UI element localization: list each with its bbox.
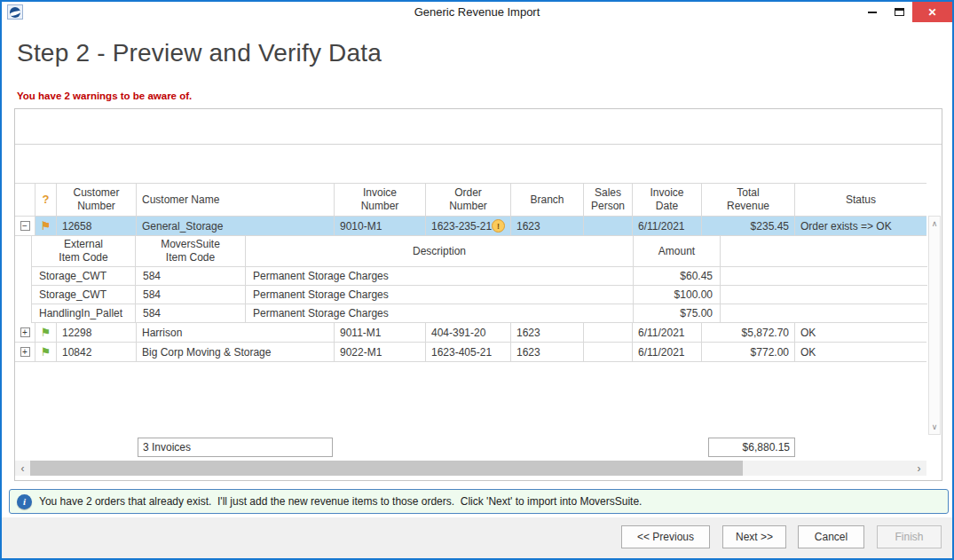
customer-name-cell[interactable]: General_Storage <box>137 217 335 236</box>
flag-cell[interactable]: ⚑ <box>35 217 57 236</box>
page-title: Step 2 - Preview and Verify Data <box>17 39 382 67</box>
header-customer-number: Customer Number <box>57 184 137 217</box>
order-number-cell[interactable]: 404-391-20 <box>426 323 511 343</box>
title-bar: Generic Revenue Import ✕ <box>2 2 952 22</box>
invoice-row-12658[interactable]: − ⚑ 12658 General_Storage 9010-M1 1623-2… <box>15 217 926 236</box>
minimize-button[interactable] <box>859 2 886 22</box>
finish-button[interactable]: Finish <box>877 525 942 548</box>
invoice-date-cell[interactable]: 6/11/2021 <box>633 217 702 236</box>
grid-header-row: ? Customer Number Customer Name Invoice … <box>15 183 926 217</box>
external-item-code-cell[interactable]: HandlingIn_Pallet <box>32 304 136 323</box>
sales-person-cell[interactable] <box>584 343 633 362</box>
subheader-external-item-code: External Item Code <box>32 236 136 267</box>
moverssuite-item-code-cell[interactable]: 584 <box>136 286 246 304</box>
close-button[interactable]: ✕ <box>912 2 952 22</box>
scroll-up-icon[interactable]: ∧ <box>929 217 940 230</box>
next-button[interactable]: Next >> <box>722 525 786 548</box>
minimize-icon <box>868 12 877 13</box>
collapse-icon[interactable]: − <box>20 221 30 231</box>
info-bar: i You have 2 orders that already exist. … <box>9 489 949 514</box>
maximize-button[interactable] <box>886 2 912 22</box>
scroll-right-icon[interactable]: › <box>911 461 926 476</box>
invoice-row-12298[interactable]: + ⚑ 12298 Harrison 9011-M1 404-391-20 16… <box>15 323 926 343</box>
header-expander <box>15 184 35 217</box>
invoice-count-summary: 3 Invoices <box>138 438 333 457</box>
revenue-item-row[interactable]: Storage_CWT 584 Permanent Storage Charge… <box>32 286 927 304</box>
total-revenue-cell[interactable]: $5,872.70 <box>702 323 795 343</box>
total-revenue-cell[interactable]: $772.00 <box>702 343 795 362</box>
sales-person-cell[interactable] <box>584 323 633 343</box>
window-controls: ✕ <box>859 2 952 22</box>
customer-name-cell[interactable]: Big Corp Moving & Storage <box>137 343 335 362</box>
warning-message: You have 2 warnings to be aware of. <box>17 91 192 101</box>
horizontal-scrollbar-thumb[interactable] <box>30 461 743 476</box>
orange-flag-icon: ⚑ <box>41 220 51 232</box>
invoice-date-cell[interactable]: 6/11/2021 <box>633 323 702 343</box>
scroll-down-icon[interactable]: ∨ <box>929 421 940 433</box>
subheader-trailing <box>721 236 927 267</box>
revenue-item-row[interactable]: HandlingIn_Pallet 584 Permanent Storage … <box>32 304 927 323</box>
description-cell[interactable]: Permanent Storage Charges <box>246 286 634 304</box>
external-item-code-cell[interactable]: Storage_CWT <box>32 286 136 304</box>
status-cell[interactable]: OK <box>795 343 926 362</box>
customer-number-cell[interactable]: 10842 <box>57 343 137 362</box>
subheader-description: Description <box>246 236 634 267</box>
invoice-row-10842[interactable]: + ⚑ 10842 Big Corp Moving & Storage 9022… <box>15 343 926 362</box>
expand-icon[interactable]: + <box>20 327 30 337</box>
customer-name-cell[interactable]: Harrison <box>137 323 335 343</box>
amount-cell[interactable]: $75.00 <box>634 304 721 323</box>
window-title: Generic Revenue Import <box>2 5 952 19</box>
invoice-number-cell[interactable]: 9011-M1 <box>335 323 426 343</box>
expand-cell: + <box>15 323 35 343</box>
branch-cell[interactable]: 1623 <box>511 217 584 236</box>
header-branch: Branch <box>511 184 584 217</box>
status-cell[interactable]: OK <box>795 323 926 343</box>
scroll-left-icon[interactable]: ‹ <box>15 461 30 476</box>
order-number-cell[interactable]: 1623-235-21 ! <box>426 217 511 236</box>
cancel-button[interactable]: Cancel <box>798 525 864 548</box>
customer-number-cell[interactable]: 12298 <box>57 323 137 343</box>
revenue-item-row[interactable]: Storage_CWT 584 Permanent Storage Charge… <box>32 267 927 286</box>
header-help: ? <box>35 184 57 217</box>
moverssuite-item-code-cell[interactable]: 584 <box>136 267 246 286</box>
amount-cell[interactable]: $60.45 <box>634 267 721 286</box>
flag-cell[interactable]: ⚑ <box>35 323 57 343</box>
invoice-number-cell[interactable]: 9022-M1 <box>335 343 426 362</box>
status-cell[interactable]: Order exists => OK <box>795 217 926 236</box>
grid-top-band <box>15 109 942 145</box>
expand-icon[interactable]: + <box>20 347 30 357</box>
button-strip: << Previous Next >> Cancel Finish <box>2 517 952 558</box>
branch-cell[interactable]: 1623 <box>511 323 584 343</box>
external-item-code-cell[interactable]: Storage_CWT <box>32 267 136 286</box>
previous-button[interactable]: << Previous <box>621 525 710 548</box>
customer-number-cell[interactable]: 12658 <box>57 217 137 236</box>
moverssuite-item-code-cell[interactable]: 584 <box>136 304 246 323</box>
header-customer-name: Customer Name <box>137 184 335 217</box>
invoice-number-cell[interactable]: 9010-M1 <box>335 217 426 236</box>
flag-cell[interactable]: ⚑ <box>35 343 57 362</box>
branch-cell[interactable]: 1623 <box>511 343 584 362</box>
invoice-date-cell[interactable]: 6/11/2021 <box>633 343 702 362</box>
sales-person-cell[interactable] <box>584 217 633 236</box>
trailing-cell <box>721 286 927 304</box>
order-number-cell[interactable]: 1623-405-21 <box>426 343 511 362</box>
header-total-revenue: Total Revenue <box>702 184 795 217</box>
vertical-scrollbar[interactable]: ∧ ∨ <box>928 216 941 435</box>
amount-cell[interactable]: $100.00 <box>634 286 721 304</box>
total-revenue-cell[interactable]: $235.45 <box>702 217 795 236</box>
horizontal-scrollbar[interactable]: ‹ › <box>15 461 926 476</box>
description-cell[interactable]: Permanent Storage Charges <box>246 304 634 323</box>
subheader-moverssuite-item-code: MoversSuite Item Code <box>136 236 246 267</box>
order-warning-icon[interactable]: ! <box>492 219 505 233</box>
generic-revenue-import-window: Generic Revenue Import ✕ Step 2 - Previe… <box>0 0 954 560</box>
subgrid-header-row: External Item Code MoversSuite Item Code… <box>32 236 927 267</box>
question-mark-icon: ? <box>43 193 50 207</box>
header-sales-person: Sales Person <box>584 184 633 217</box>
info-icon: i <box>17 494 32 509</box>
maximize-icon <box>895 8 904 16</box>
description-cell[interactable]: Permanent Storage Charges <box>246 267 634 286</box>
subheader-amount: Amount <box>634 236 721 267</box>
preview-grid-panel: ? Customer Number Customer Name Invoice … <box>14 108 942 481</box>
info-message: You have 2 orders that already exist. I'… <box>39 495 642 508</box>
header-status: Status <box>795 184 926 217</box>
